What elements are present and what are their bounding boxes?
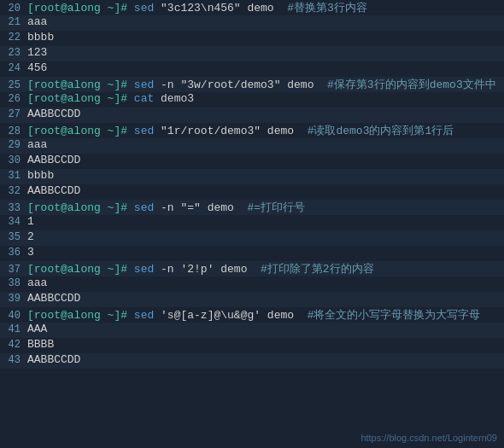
line-number: 35 [3, 231, 27, 243]
output-text: AABBCCDD [27, 353, 80, 366]
prompt: [root@along ~]# [27, 79, 134, 91]
line-content: [root@along ~]# sed -n "=" demo #=打印行号 [27, 200, 501, 215]
line-number: 30 [3, 154, 27, 166]
command-name: cat [134, 92, 154, 105]
command-comment: #打印除了第2行的内容 [247, 263, 373, 276]
output-text: 2 [27, 230, 34, 243]
line-content: AABBCCDD [27, 108, 501, 120]
line-content: BBBB [27, 338, 501, 351]
line-content: 1 [27, 215, 501, 228]
command-name: sed [134, 263, 154, 276]
terminal-line: 23123 [0, 46, 504, 61]
command-comment: #读取demo3的内容到第1行后 [294, 125, 454, 137]
line-content: bbbb [27, 169, 501, 182]
command-args: -n "=" demo [154, 201, 234, 214]
output-text: aaa [27, 15, 47, 28]
line-content: [root@along ~]# sed "1r/root/demo3" demo… [27, 123, 501, 138]
terminal-line: 30AABBCCDD [0, 154, 504, 169]
terminal-line: 41AAA [0, 323, 504, 338]
output-text: AABBCCDD [27, 154, 80, 166]
terminal-line: 352 [0, 230, 504, 246]
command-name: sed [134, 125, 154, 137]
terminal-line: 21aaa [0, 15, 504, 31]
line-number: 38 [3, 277, 27, 289]
line-content: [root@along ~]# sed "3c123\n456" demo #替… [27, 0, 501, 15]
line-number: 41 [3, 323, 27, 335]
output-text: BBBB [27, 338, 54, 351]
line-number: 34 [3, 216, 27, 228]
line-content: AAA [27, 323, 501, 335]
command-args: -n '2!p' demo [154, 263, 247, 276]
output-text: AABBCCDD [27, 292, 80, 305]
line-content: aaa [27, 276, 501, 289]
terminal-line: 28[root@along ~]# sed "1r/root/demo3" de… [0, 123, 504, 138]
terminal-window: 20[root@along ~]# sed "3c123\n456" demo … [0, 0, 504, 448]
line-content: AABBCCDD [27, 154, 501, 166]
line-number: 22 [3, 32, 27, 44]
terminal-line: 20[root@along ~]# sed "3c123\n456" demo … [0, 0, 504, 15]
line-number: 37 [3, 264, 27, 276]
terminal-line: 363 [0, 246, 504, 261]
command-name: sed [134, 201, 154, 214]
terminal-line: 22bbbb [0, 31, 504, 46]
line-number: 32 [3, 185, 27, 197]
output-text: bbbb [27, 31, 54, 44]
command-name: sed [134, 309, 154, 322]
output-text: 1 [27, 215, 34, 228]
command-comment: #保存第3行的内容到demo3文件中 [314, 79, 495, 91]
line-content: [root@along ~]# sed -n "3w/root/demo3" d… [27, 77, 501, 92]
line-content: AABBCCDD [27, 353, 501, 366]
terminal-line: 40[root@along ~]# sed 's@[a-z]@\u&@g' de… [0, 307, 504, 323]
line-content: [root@along ~]# cat demo3 [27, 92, 501, 105]
line-content: aaa [27, 15, 501, 28]
output-text: bbbb [27, 169, 54, 182]
terminal-line: 38aaa [0, 276, 504, 292]
line-number: 40 [3, 310, 27, 322]
line-number: 31 [3, 170, 27, 182]
terminal-line: 43AABBCCDD [0, 353, 504, 369]
line-content: AABBCCDD [27, 184, 501, 197]
command-args: "3c123\n456" demo [154, 2, 273, 15]
line-content: 3 [27, 246, 501, 259]
line-content: 456 [27, 61, 501, 74]
terminal-line: 31bbbb [0, 169, 504, 184]
command-name: sed [134, 2, 154, 15]
output-text: AABBCCDD [27, 108, 80, 120]
command-name: sed [134, 79, 154, 91]
command-comment: #替换第3行内容 [274, 2, 367, 15]
line-content: 123 [27, 46, 501, 59]
watermark: https://blog.csdn.net/Logintern09 [360, 433, 497, 443]
line-number: 42 [3, 339, 27, 351]
prompt: [root@along ~]# [27, 201, 134, 214]
terminal-line: 39AABBCCDD [0, 292, 504, 307]
line-content: [root@along ~]# sed -n '2!p' demo #打印除了第… [27, 261, 501, 276]
terminal-line: 341 [0, 215, 504, 230]
output-text: AAA [27, 323, 47, 335]
output-text: 123 [27, 46, 47, 59]
terminal-line: 32AABBCCDD [0, 184, 504, 200]
output-text: 3 [27, 246, 34, 259]
terminal-line: 25[root@along ~]# sed -n "3w/root/demo3"… [0, 77, 504, 92]
output-text: 456 [27, 61, 47, 74]
output-text: AABBCCDD [27, 184, 80, 197]
line-content: aaa [27, 138, 501, 151]
terminal-line: 29aaa [0, 138, 504, 154]
prompt: [root@along ~]# [27, 92, 134, 105]
line-number: 25 [3, 79, 27, 91]
line-content: AABBCCDD [27, 292, 501, 305]
line-number: 24 [3, 62, 27, 74]
line-number: 43 [3, 354, 27, 366]
terminal-line: 24456 [0, 61, 504, 77]
line-content: bbbb [27, 31, 501, 44]
line-number: 28 [3, 125, 27, 137]
command-args: demo3 [154, 92, 194, 105]
prompt: [root@along ~]# [27, 309, 134, 322]
line-number: 27 [3, 108, 27, 120]
command-comment: #=打印行号 [234, 201, 305, 214]
prompt: [root@along ~]# [27, 263, 134, 276]
terminal-line: 27AABBCCDD [0, 108, 504, 123]
output-text: aaa [27, 276, 47, 289]
line-content: 2 [27, 230, 501, 243]
line-number: 36 [3, 247, 27, 259]
prompt: [root@along ~]# [27, 125, 134, 137]
